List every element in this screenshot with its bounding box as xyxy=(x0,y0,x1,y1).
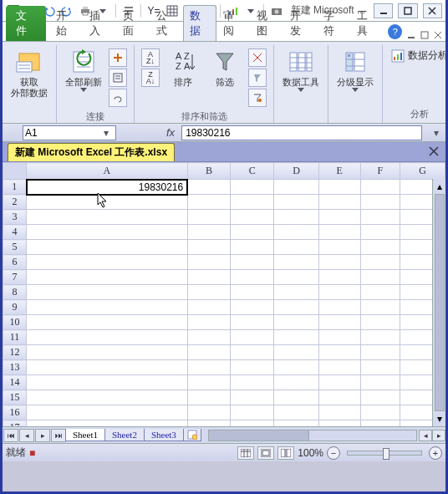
cell[interactable] xyxy=(274,420,319,427)
view-normal-button[interactable] xyxy=(237,446,254,460)
row-header[interactable]: 10 xyxy=(3,315,27,330)
ribbon-restore-icon[interactable] xyxy=(420,31,429,39)
outline-button[interactable]: 分级显示 xyxy=(333,47,377,94)
col-header[interactable]: F xyxy=(360,163,400,180)
row-header[interactable]: 5 xyxy=(3,240,27,255)
horizontal-scrollbar[interactable] xyxy=(208,430,417,441)
cell[interactable] xyxy=(360,405,400,420)
cell[interactable] xyxy=(318,210,360,225)
cell[interactable] xyxy=(318,240,360,255)
row-header[interactable]: 12 xyxy=(3,345,27,360)
sort-button[interactable]: AZZA 排序 xyxy=(163,47,203,89)
tab-tools[interactable]: 工具 xyxy=(350,5,384,41)
cell[interactable] xyxy=(318,360,360,375)
cell[interactable] xyxy=(231,300,274,315)
cell[interactable] xyxy=(274,270,319,285)
connections-icon[interactable] xyxy=(109,48,127,67)
cell[interactable] xyxy=(318,375,360,390)
row-header[interactable]: 1 xyxy=(3,180,27,195)
cell[interactable] xyxy=(274,315,319,330)
cell[interactable] xyxy=(318,300,360,315)
cell[interactable] xyxy=(318,315,360,330)
cell[interactable] xyxy=(187,285,231,300)
data-analysis-button[interactable]: 数据分析 xyxy=(388,47,448,64)
tab-home[interactable]: 开始 xyxy=(49,5,83,41)
cell[interactable] xyxy=(360,180,400,195)
cell[interactable] xyxy=(231,210,274,225)
cell[interactable] xyxy=(318,270,360,285)
cell[interactable] xyxy=(187,390,231,405)
cell[interactable] xyxy=(360,195,400,210)
cell[interactable] xyxy=(27,300,188,315)
cell[interactable] xyxy=(318,330,360,345)
help-icon[interactable]: ? xyxy=(388,24,402,39)
name-box[interactable]: A1 ▾ xyxy=(23,125,116,140)
cell[interactable] xyxy=(27,255,188,270)
cell[interactable] xyxy=(360,360,400,375)
maximize-button[interactable] xyxy=(398,3,417,18)
col-header[interactable]: B xyxy=(187,163,231,180)
workbook-close-icon[interactable] xyxy=(429,146,440,158)
cell[interactable] xyxy=(274,210,319,225)
zoom-label[interactable]: 100% xyxy=(298,447,323,459)
row-header[interactable]: 15 xyxy=(3,390,27,405)
ribbon-minimize-icon[interactable] xyxy=(407,31,415,39)
sheet-nav-prev-icon[interactable]: ◂ xyxy=(19,429,34,442)
cell[interactable] xyxy=(318,180,360,195)
cell[interactable] xyxy=(187,195,231,210)
cell[interactable] xyxy=(231,420,274,427)
cell[interactable] xyxy=(231,360,274,375)
sheet-nav-next-icon[interactable]: ▸ xyxy=(35,429,50,442)
cell[interactable] xyxy=(274,180,319,195)
cell[interactable] xyxy=(360,255,400,270)
cell[interactable] xyxy=(231,255,274,270)
cell[interactable] xyxy=(187,270,231,285)
cell[interactable] xyxy=(27,405,188,420)
cell[interactable] xyxy=(274,345,319,360)
cell[interactable] xyxy=(27,210,188,225)
record-icon[interactable]: ■ xyxy=(29,447,35,459)
file-tab[interactable]: 文件 xyxy=(6,6,46,41)
cell[interactable] xyxy=(360,210,400,225)
cell[interactable] xyxy=(231,225,274,240)
cell[interactable] xyxy=(274,390,319,405)
cell[interactable] xyxy=(187,375,231,390)
cell[interactable] xyxy=(231,375,274,390)
cell[interactable] xyxy=(231,270,274,285)
tab-review[interactable]: 审阅 xyxy=(216,5,250,41)
cell[interactable] xyxy=(274,255,319,270)
cell[interactable] xyxy=(231,390,274,405)
cell[interactable] xyxy=(318,420,360,427)
cell[interactable] xyxy=(27,285,188,300)
view-layout-button[interactable] xyxy=(257,446,274,460)
col-header[interactable]: A xyxy=(27,163,188,180)
grid[interactable]: ABCDEFG119830216234567891011121314151617… xyxy=(3,162,445,426)
cell[interactable] xyxy=(27,195,188,210)
zoom-out-button[interactable]: − xyxy=(327,446,340,460)
cell[interactable] xyxy=(27,345,188,360)
col-header[interactable]: D xyxy=(274,163,319,180)
cell[interactable] xyxy=(360,225,400,240)
row-header[interactable]: 8 xyxy=(3,285,27,300)
cell[interactable] xyxy=(27,270,188,285)
scroll-down-icon[interactable]: ▾ xyxy=(437,413,442,425)
cell[interactable] xyxy=(231,405,274,420)
cell[interactable] xyxy=(27,375,188,390)
cell[interactable] xyxy=(318,225,360,240)
tab-dev[interactable]: 开发 xyxy=(283,5,317,41)
zoom-slider[interactable] xyxy=(347,451,422,456)
sheet-tab-1[interactable]: Sheet1 xyxy=(65,429,105,441)
edit-links-icon[interactable] xyxy=(109,89,127,107)
get-external-data-button[interactable]: 获取外部数据 xyxy=(8,47,51,100)
sheet-tab-3[interactable]: Sheet3 xyxy=(144,429,184,441)
cell[interactable] xyxy=(231,195,274,210)
cell[interactable] xyxy=(187,255,231,270)
view-pagebreak-button[interactable] xyxy=(277,446,294,460)
sort-asc-button[interactable]: AZ↓ xyxy=(141,48,160,67)
cell[interactable] xyxy=(187,240,231,255)
sheet-tab-2[interactable]: Sheet2 xyxy=(104,429,145,441)
workbook-tab[interactable]: 新建 Microsoft Excel 工作表.xlsx xyxy=(8,143,175,161)
cell[interactable] xyxy=(360,330,400,345)
cell[interactable] xyxy=(360,420,400,427)
cell[interactable] xyxy=(360,345,400,360)
